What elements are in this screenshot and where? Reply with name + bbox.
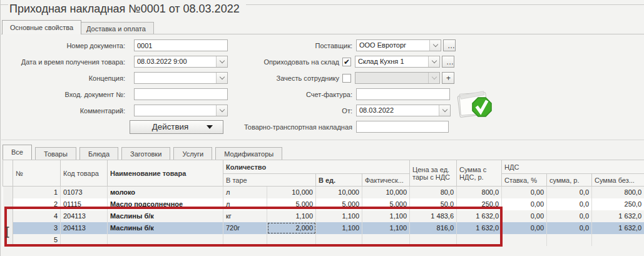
cell-code[interactable]: 01115 bbox=[61, 198, 108, 210]
chevron-down-icon[interactable] bbox=[216, 56, 227, 67]
cell-code[interactable]: 204113 bbox=[61, 222, 108, 234]
chevron-down-icon[interactable] bbox=[216, 105, 227, 116]
cell-unit[interactable] bbox=[223, 234, 267, 246]
cell-container-qty[interactable]: 10,000 bbox=[267, 187, 316, 198]
table-row[interactable]: 201115Масло подсолнечноел5,0005,0005,000… bbox=[3, 198, 644, 210]
header-sum-no-vat[interactable]: Сумма без... bbox=[592, 174, 644, 187]
cell-sum-with-vat[interactable]: 1 632,0 bbox=[457, 222, 502, 234]
from-date-combo[interactable]: 08.03.2022 bbox=[356, 105, 451, 116]
cell-sum-without-vat[interactable] bbox=[592, 234, 644, 246]
cell-sum-with-vat[interactable]: 800,0 bbox=[457, 187, 502, 198]
cell-container-qty[interactable]: 1,100 bbox=[267, 210, 316, 222]
cell-unit-qty[interactable]: 5,000 bbox=[316, 198, 362, 210]
row-selector-cell[interactable] bbox=[3, 198, 13, 210]
header-container-qty[interactable]: В таре bbox=[223, 174, 316, 187]
cell-actual-qty[interactable]: 1,100 bbox=[362, 222, 410, 234]
comment-combo[interactable] bbox=[134, 105, 228, 116]
cell-code[interactable] bbox=[61, 234, 108, 246]
cell-vat-rate[interactable]: 0,00 bbox=[502, 222, 547, 234]
cell-unit[interactable]: л bbox=[223, 198, 267, 210]
table-row[interactable]: 3204113Маслины б/к720г2,0001,1001,100816… bbox=[3, 222, 644, 234]
cell-sum-with-vat[interactable]: 250,0 bbox=[457, 198, 502, 210]
cell-code[interactable]: 204113 bbox=[61, 210, 108, 222]
warehouse-combo[interactable]: Склад Кухня 1 bbox=[355, 56, 440, 68]
cell-vat-sum[interactable]: 0,0 bbox=[547, 210, 592, 222]
doc-number-input[interactable] bbox=[134, 39, 228, 51]
tab-goods[interactable]: Товары bbox=[35, 147, 76, 160]
actions-button[interactable]: Действия bbox=[130, 120, 223, 134]
cell-num[interactable]: 1 bbox=[13, 187, 61, 198]
cell-vat-rate[interactable] bbox=[502, 234, 547, 246]
cell-unit[interactable]: 720г bbox=[223, 222, 267, 234]
tab-preparations[interactable]: Заготовки bbox=[121, 147, 170, 160]
employee-add-button[interactable]: + bbox=[442, 72, 454, 84]
date-received-combo[interactable]: 08.03.2022 9:00 bbox=[134, 56, 228, 68]
cell-sum-without-vat[interactable]: 1 632,0 bbox=[592, 222, 644, 234]
cell-vat-rate[interactable]: 0,00 bbox=[502, 210, 547, 222]
tab-delivery-payment[interactable]: Доставка и оплата bbox=[78, 22, 154, 34]
cell-sum-with-vat[interactable]: 1 632,0 bbox=[457, 210, 502, 222]
header-price[interactable]: Цена за ед. тары с НДС bbox=[410, 160, 457, 187]
cell-num[interactable]: 4 bbox=[13, 210, 61, 222]
header-vat-rate[interactable]: Ставка, % bbox=[502, 174, 547, 187]
chevron-down-icon[interactable] bbox=[216, 73, 227, 83]
cell-sum-without-vat[interactable]: 1 632,0 bbox=[592, 210, 644, 222]
cell-code[interactable]: 01073 bbox=[61, 187, 108, 198]
cell-unit[interactable]: л bbox=[223, 187, 267, 198]
header-unit-qty[interactable]: В ед. bbox=[316, 174, 362, 187]
cell-unit[interactable]: кг bbox=[223, 210, 267, 222]
cell-actual-qty[interactable] bbox=[362, 234, 410, 246]
header-actual-qty[interactable]: Фактическ... bbox=[362, 174, 410, 187]
row-selector-cell[interactable] bbox=[3, 187, 13, 198]
chevron-down-icon[interactable] bbox=[439, 105, 450, 116]
cell-name[interactable] bbox=[108, 234, 223, 246]
header-name[interactable]: Наименование товара bbox=[108, 160, 223, 187]
tab-services[interactable]: Услуги bbox=[173, 147, 212, 160]
cell-vat-rate[interactable]: 0,00 bbox=[502, 187, 547, 198]
cell-container-qty[interactable]: 5,000 bbox=[267, 198, 316, 210]
header-quantity-group[interactable]: Количество bbox=[223, 160, 410, 174]
cell-price-per-container[interactable]: 816,0 bbox=[410, 222, 457, 234]
supplier-combo[interactable]: ООО Евроторг bbox=[356, 39, 441, 51]
table-row[interactable]: 4204113Маслины б/ккг1,1001,1001,1001 483… bbox=[3, 210, 644, 222]
cell-unit-qty[interactable] bbox=[316, 234, 362, 246]
cell-sum-without-vat[interactable]: 250,0 bbox=[592, 198, 644, 210]
cell-name[interactable]: Маслины б/к bbox=[108, 210, 223, 222]
header-num[interactable]: № bbox=[13, 160, 61, 187]
warehouse-checkbox[interactable]: ✔ bbox=[342, 58, 351, 66]
cell-unit-qty[interactable]: 1,100 bbox=[316, 222, 362, 234]
employee-checkbox[interactable] bbox=[342, 74, 351, 83]
cell-name[interactable]: молоко bbox=[108, 187, 223, 198]
cell-vat-sum[interactable]: 0,0 bbox=[547, 222, 592, 234]
cell-price-per-container[interactable]: 50,0 bbox=[410, 198, 457, 210]
waybill-input[interactable] bbox=[356, 121, 449, 133]
cell-name[interactable]: Маслины б/к bbox=[108, 222, 223, 234]
header-vat-group[interactable]: НДС bbox=[502, 160, 644, 174]
cell-vat-sum[interactable]: 0,0 bbox=[547, 187, 592, 198]
cell-num[interactable]: 5 bbox=[13, 234, 61, 246]
cell-num[interactable]: 3 bbox=[13, 222, 61, 234]
concept-combo[interactable] bbox=[134, 72, 228, 84]
cell-vat-sum[interactable]: 0,0 bbox=[547, 198, 592, 210]
cell-unit-qty[interactable]: 10,000 bbox=[316, 187, 362, 198]
cell-sum-with-vat[interactable] bbox=[457, 234, 502, 246]
cell-vat-sum[interactable] bbox=[547, 234, 592, 246]
cell-unit-qty[interactable]: 1,100 bbox=[316, 210, 362, 222]
cell-sum-without-vat[interactable]: 800,0 bbox=[592, 187, 644, 198]
cell-actual-qty[interactable]: 5,000 bbox=[362, 198, 410, 210]
table-row[interactable]: 101073молокол10,00010,00010,00080,0800,0… bbox=[3, 187, 644, 198]
incoming-doc-input[interactable] bbox=[134, 88, 228, 100]
header-code[interactable]: Код товара bbox=[61, 160, 108, 187]
cell-vat-rate[interactable]: 0,00 bbox=[502, 198, 547, 210]
chevron-down-icon[interactable] bbox=[429, 40, 441, 51]
tab-modifiers[interactable]: Модификаторы bbox=[215, 147, 282, 160]
tab-all[interactable]: Все bbox=[3, 145, 32, 160]
header-vat-sum[interactable]: сумма, р. bbox=[547, 174, 592, 187]
chevron-down-icon[interactable] bbox=[428, 56, 439, 67]
tab-main-properties[interactable]: Основные свойства bbox=[2, 20, 81, 34]
cell-price-per-container[interactable]: 1 483,6 bbox=[410, 210, 457, 222]
cell-actual-qty[interactable]: 10,000 bbox=[362, 187, 410, 198]
cell-actual-qty[interactable]: 1,100 bbox=[362, 210, 410, 222]
cell-container-qty[interactable] bbox=[267, 234, 316, 246]
warehouse-browse-button[interactable]: … bbox=[442, 56, 454, 68]
